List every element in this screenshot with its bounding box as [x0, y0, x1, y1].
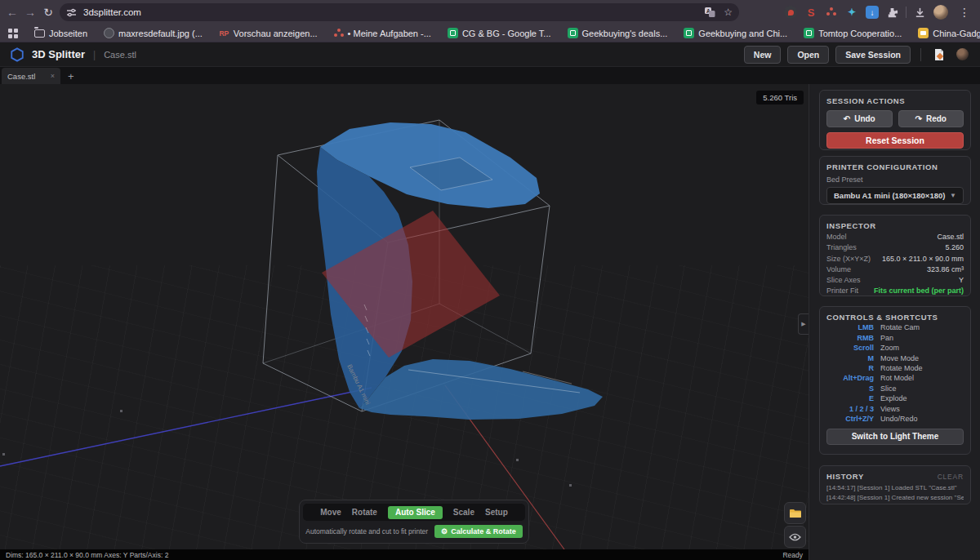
- bookmark-china-gadgets[interactable]: China-Gadgets Preis...: [911, 28, 980, 38]
- bookmark-meine-aufgaben[interactable]: • Meine Aufgaben -...: [327, 29, 438, 38]
- save-session-button[interactable]: Save Session: [835, 46, 911, 64]
- shortcut-row: MMove Mode: [826, 354, 964, 362]
- extension-icon-sparkle[interactable]: ✦: [845, 6, 858, 19]
- profile-avatar[interactable]: [933, 5, 948, 20]
- document-icon[interactable]: [931, 47, 947, 63]
- inspector-row-model: ModelCase.stl: [826, 233, 964, 241]
- printer-fit-status: Fits current bed (per part): [874, 287, 964, 295]
- status-bar: Dims: 165.0 × 211.0 × 90.0 mm Axes: Y Pa…: [0, 549, 808, 560]
- screen: ← → ↻ 3dsplitter.com A ☆ S ✦ ↓: [0, 0, 980, 560]
- redo-button[interactable]: ↷ Redo: [898, 110, 964, 127]
- downloads-icon[interactable]: [914, 7, 926, 19]
- globe-icon: [104, 28, 114, 38]
- inspector-card: INSPECTOR ModelCase.stl Triangles5.260 S…: [819, 215, 971, 296]
- shortcut-row: SSlice: [826, 384, 964, 393]
- mode-tabs: Move Rotate Auto Slice Scale Setup: [303, 504, 525, 521]
- header-separator: [920, 48, 921, 61]
- back-icon[interactable]: ←: [3, 6, 21, 19]
- bookmark-cg-bg[interactable]: CG & BG - Google T...: [441, 28, 558, 38]
- header-divider: |: [93, 49, 96, 60]
- translate-icon[interactable]: A: [704, 7, 715, 18]
- document-tabstrip: Case.stl × +: [0, 67, 980, 84]
- shortcut-row: Ctrl+Z/YUndo/Redo: [826, 415, 964, 423]
- extensions-puzzle-icon[interactable]: [886, 7, 898, 19]
- history-card: HISTORY CLEAR [14:54:17] [Session 1] Loa…: [819, 465, 971, 504]
- mode-toolbar: Move Rotate Auto Slice Scale Setup Autom…: [299, 500, 529, 544]
- triangle-count-badge: 5.260 Tris: [756, 91, 804, 104]
- scene-canvas: Bambu A1 mini: [0, 84, 808, 549]
- sidebar-expand-handle[interactable]: ▶: [798, 313, 808, 335]
- redo-icon: ↷: [915, 114, 922, 123]
- inspector-row-size: Size (X×Y×Z)165.0 × 211.0 × 90.0 mm: [826, 255, 964, 263]
- shortcut-row: RRotate Mode: [826, 364, 964, 372]
- folder-icon: [34, 29, 45, 38]
- model-bottom-slab[interactable]: [359, 359, 603, 420]
- printer-config-card: PRINTER CONFIGURATION Bed Preset Bambu A…: [819, 156, 971, 205]
- app-header: 3D Splitter | Case.stl New Open Save Ses…: [0, 42, 980, 67]
- bookmarks-bar: Jobseiten maxresdefault.jpg (... RPVorsc…: [0, 24, 980, 42]
- rp-favicon: RP: [219, 28, 229, 38]
- visibility-button[interactable]: [784, 526, 806, 548]
- viewport-3d[interactable]: Bambu A1 mini 5.260 Tris ▶ Move Rotate A…: [0, 84, 808, 560]
- extension-icon-dots[interactable]: [825, 6, 838, 19]
- sheet-favicon: [684, 28, 694, 38]
- shortcut-row: ScrollZoom: [826, 344, 964, 352]
- site-settings-icon[interactable]: [66, 7, 77, 18]
- sheet-favicon: [568, 28, 578, 38]
- extension-icon-blue-arrow[interactable]: ↓: [866, 6, 879, 19]
- chevron-down-icon: ▼: [950, 192, 956, 199]
- bookmark-geekbuying-chi[interactable]: Geekbuying and Chi...: [677, 28, 794, 38]
- extension-icon-shield[interactable]: [784, 6, 797, 19]
- bed-preset-select[interactable]: Bambu A1 mini (180×180×180) ▼: [826, 187, 964, 204]
- history-entry: [14:42:48] [Session 1] Created new sessi…: [826, 494, 964, 501]
- status-ready: Ready: [782, 551, 803, 559]
- browser-toolbar: ← → ↻ 3dsplitter.com A ☆ S ✦ ↓: [0, 0, 980, 24]
- bed-preset-label: Bed Preset: [826, 176, 964, 184]
- tab-rotate[interactable]: Rotate: [352, 508, 377, 517]
- yellow-doc-favicon: [918, 28, 929, 38]
- bookmark-maxresdefault[interactable]: maxresdefault.jpg (...: [97, 28, 209, 38]
- inspector-title: INSPECTOR: [826, 221, 964, 230]
- bookmark-tomtop[interactable]: Tomtop Cooperatio...: [797, 28, 908, 38]
- bookmark-jobseiten[interactable]: Jobseiten: [28, 29, 94, 38]
- open-file-button[interactable]: [784, 502, 806, 524]
- shortcut-row: Alt+DragRot Model: [826, 374, 964, 382]
- bookmark-geekbuying-deals[interactable]: Geekbuying's deals...: [561, 28, 675, 38]
- eye-icon: [789, 533, 801, 541]
- extension-icon-s[interactable]: S: [804, 6, 817, 19]
- controls-title: CONTROLS & SHORTCUTS: [826, 313, 964, 322]
- history-entry: [14:54:17] [Session 1] Loaded STL "Case.…: [826, 484, 964, 491]
- shortcut-row: LMBRotate Cam: [826, 323, 964, 331]
- reload-icon[interactable]: ↻: [39, 6, 57, 19]
- history-title: HISTORY: [826, 472, 864, 481]
- browser-menu-icon[interactable]: ⋮: [956, 6, 973, 19]
- tab-case-stl[interactable]: Case.stl ×: [2, 68, 60, 84]
- add-tab-button[interactable]: +: [68, 68, 74, 84]
- axis-line-blue: [0, 388, 372, 466]
- printer-config-title: PRINTER CONFIGURATION: [826, 162, 964, 171]
- session-actions-card: SESSION ACTIONS ↶ Undo ↷ Redo Reset Sess…: [819, 90, 971, 150]
- address-bar[interactable]: 3dsplitter.com A ☆: [60, 3, 739, 21]
- switch-theme-button[interactable]: Switch to Light Theme: [826, 429, 964, 445]
- url-text: 3dsplitter.com: [83, 7, 704, 17]
- shortcut-row: 1 / 2 / 3Views: [826, 405, 964, 413]
- toolbar-separator: [906, 7, 906, 18]
- tab-move[interactable]: Move: [320, 508, 341, 517]
- bookmark-star-icon[interactable]: ☆: [724, 7, 733, 18]
- coffee-sphere-icon[interactable]: [954, 47, 970, 63]
- bookmark-vorschau[interactable]: RPVorschau anzeigen...: [212, 28, 324, 38]
- history-clear-button[interactable]: CLEAR: [938, 473, 964, 481]
- status-dims: Dims: 165.0 × 211.0 × 90.0 mm Axes: Y Pa…: [6, 551, 168, 559]
- tab-close-icon[interactable]: ×: [51, 72, 55, 80]
- open-button[interactable]: Open: [787, 46, 829, 64]
- undo-button[interactable]: ↶ Undo: [826, 110, 893, 127]
- apps-grid-icon[interactable]: [8, 29, 18, 38]
- reset-session-button[interactable]: Reset Session: [826, 132, 964, 149]
- tab-scale[interactable]: Scale: [453, 508, 474, 517]
- forward-icon[interactable]: →: [21, 6, 39, 19]
- sheet-favicon: [804, 28, 814, 38]
- tab-setup[interactable]: Setup: [485, 508, 508, 517]
- new-button[interactable]: New: [744, 46, 782, 64]
- calculate-rotate-button[interactable]: ⚙ Calculate & Rotate: [434, 525, 523, 538]
- tab-auto-slice[interactable]: Auto Slice: [388, 506, 443, 519]
